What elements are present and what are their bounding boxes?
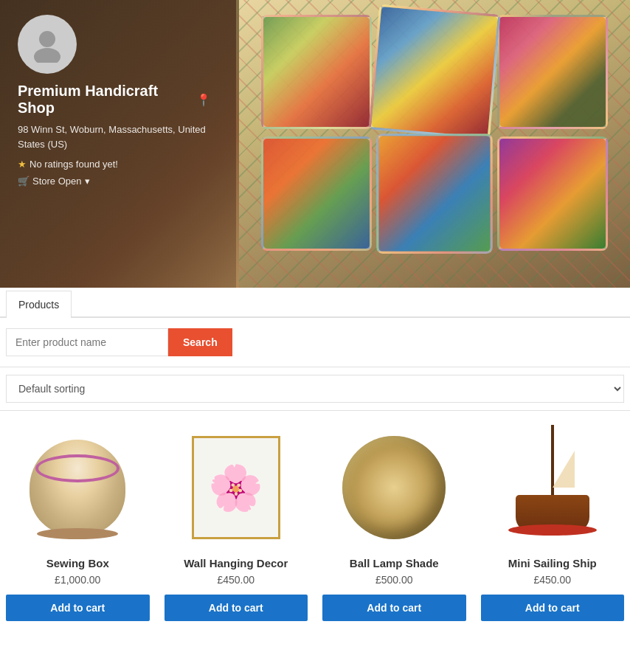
star-icon: ★ <box>18 159 27 170</box>
hero-background-image <box>239 0 630 288</box>
sewing-box-image <box>30 440 125 536</box>
product-card-ball-lamp: Ball Lamp Shade £500.00 Add to cart <box>322 429 466 621</box>
product-card-wall-hanging: Wall Hanging Decor £450.00 Add to cart <box>165 429 308 621</box>
ship-sail <box>530 451 575 488</box>
product-image-wall-hanging <box>165 429 308 547</box>
product-image-ball-lamp <box>322 429 466 547</box>
cushion-1 <box>261 15 372 129</box>
product-price-sewing-box: £1,000.00 <box>55 574 100 586</box>
hero-banner: Premium Handicraft Shop 📍 98 Winn St, Wo… <box>0 0 630 288</box>
add-to-cart-wall-hanging[interactable]: Add to cart <box>165 595 308 621</box>
cart-icon: 🛒 <box>18 176 30 187</box>
product-card-sewing-box: Sewing Box £1,000.00 Add to cart <box>6 429 150 621</box>
ratings-row: ★ No ratings found yet! <box>18 159 211 170</box>
ball-lamp-image <box>342 436 446 539</box>
avatar <box>18 15 77 74</box>
location-pin-icon: 📍 <box>196 93 211 107</box>
add-to-cart-sailing-ship[interactable]: Add to cart <box>481 595 625 621</box>
search-section: Search <box>0 318 630 367</box>
chevron-down-icon: ▾ <box>85 176 90 187</box>
svg-point-0 <box>39 31 55 47</box>
product-image-sewing-box <box>6 429 150 547</box>
cushion-4 <box>261 136 372 251</box>
product-card-sailing-ship: Mini Sailing Ship £450.00 Add to cart <box>481 429 625 621</box>
shop-address: 98 Winn St, Woburn, Massachusetts, Unite… <box>18 122 211 151</box>
product-price-ball-lamp: £500.00 <box>375 574 413 586</box>
add-to-cart-sewing-box[interactable]: Add to cart <box>6 595 150 621</box>
cushion-3 <box>497 15 608 129</box>
user-icon <box>29 26 66 63</box>
product-name-sailing-ship: Mini Sailing Ship <box>508 557 597 569</box>
ship-base <box>508 524 597 536</box>
product-name-sewing-box: Sewing Box <box>46 557 109 569</box>
product-image-sailing-ship <box>481 429 625 547</box>
add-to-cart-ball-lamp[interactable]: Add to cart <box>322 595 466 621</box>
cushion-5 <box>376 134 493 254</box>
cushion-2 <box>368 4 500 139</box>
products-grid: Sewing Box £1,000.00 Add to cart Wall Ha… <box>0 411 630 639</box>
sort-select[interactable]: Default sorting Sort by popularity Sort … <box>6 375 624 403</box>
product-name-ball-lamp: Ball Lamp Shade <box>350 557 439 569</box>
svg-point-1 <box>34 48 60 63</box>
store-status[interactable]: 🛒 Store Open ▾ <box>18 176 211 187</box>
product-price-wall-hanging: £450.00 <box>217 574 255 586</box>
sorting-section: Default sorting Sort by popularity Sort … <box>0 367 630 411</box>
tabs-bar: Products <box>0 291 630 318</box>
cushion-6 <box>497 136 608 251</box>
shop-name: Premium Handicraft Shop 📍 <box>18 83 211 117</box>
search-button[interactable]: Search <box>168 328 232 356</box>
search-input[interactable] <box>6 328 168 356</box>
wall-hanging-image <box>192 436 280 539</box>
product-name-wall-hanging: Wall Hanging Decor <box>184 557 288 569</box>
shop-info: Premium Handicraft Shop 📍 98 Winn St, Wo… <box>0 0 229 201</box>
tab-products[interactable]: Products <box>6 291 72 318</box>
product-price-sailing-ship: £450.00 <box>533 574 571 586</box>
sailing-ship-image <box>501 440 604 536</box>
